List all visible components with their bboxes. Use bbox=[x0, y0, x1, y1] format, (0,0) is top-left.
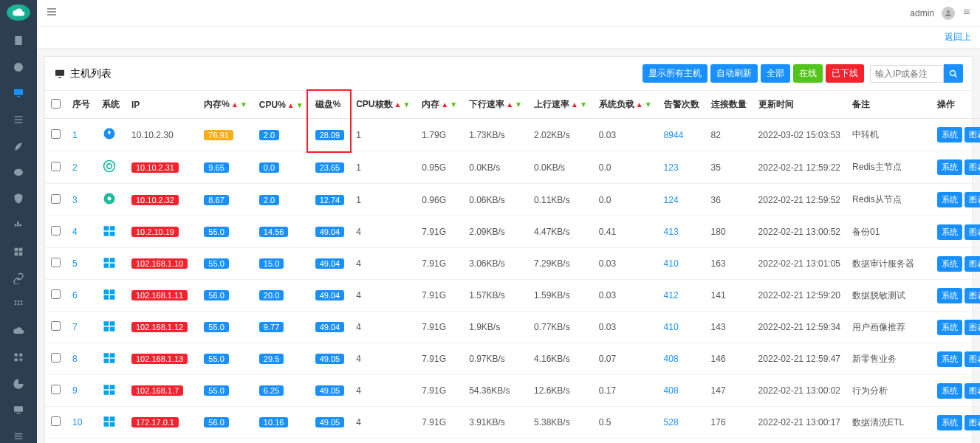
seq-link[interactable]: 8 bbox=[72, 354, 78, 364]
sidebar-item-dashboard[interactable] bbox=[0, 61, 37, 74]
sidebar-item-menu[interactable] bbox=[0, 430, 37, 443]
table-row[interactable]: 310.10.2.328.672.012.7410.96G0.06KB/s0.1… bbox=[45, 184, 980, 216]
chart-button[interactable]: 图表 bbox=[964, 256, 980, 272]
chart-button[interactable]: 图表 bbox=[964, 288, 980, 303]
chart-button[interactable]: 图表 bbox=[964, 415, 980, 430]
row-checkbox[interactable] bbox=[51, 129, 61, 139]
search-input[interactable] bbox=[870, 65, 944, 83]
seq-link[interactable]: 7 bbox=[72, 322, 78, 332]
col-load[interactable]: 系统负载▲▼ bbox=[593, 91, 658, 119]
filter-offline-button[interactable]: 已下线 bbox=[826, 64, 864, 83]
table-row[interactable]: 6102.168.1.1156.020.049.0447.91G1.57KB/s… bbox=[45, 280, 980, 312]
chart-button[interactable]: 图表 bbox=[964, 224, 980, 240]
system-button[interactable]: 系统 bbox=[937, 320, 962, 335]
col-memtotal[interactable]: 内存▲▼ bbox=[416, 91, 463, 119]
seq-link[interactable]: 2 bbox=[72, 162, 78, 173]
alarm-link[interactable]: 410 bbox=[664, 258, 679, 269]
system-button[interactable]: 系统 bbox=[937, 351, 962, 367]
sidebar-item-chat[interactable] bbox=[0, 166, 37, 179]
seq-link[interactable]: 4 bbox=[72, 227, 78, 237]
chart-button[interactable]: 图表 bbox=[964, 351, 980, 367]
table-row[interactable]: 410.2.10.1955.014.5649.0447.91G2.09KB/s4… bbox=[45, 216, 980, 248]
alarm-link[interactable]: 124 bbox=[664, 195, 679, 205]
alarm-link[interactable]: 123 bbox=[664, 162, 679, 173]
show-all-button[interactable]: 显示所有主机 bbox=[643, 64, 707, 83]
row-checkbox[interactable] bbox=[51, 289, 61, 299]
seq-link[interactable]: 6 bbox=[72, 290, 78, 301]
filter-all-button[interactable]: 全部 bbox=[761, 64, 790, 83]
chart-button[interactable]: 图表 bbox=[964, 159, 980, 175]
row-checkbox[interactable] bbox=[51, 194, 61, 204]
table-row[interactable]: 7102.168.1.1255.09.7749.0447.91G1.9KB/s0… bbox=[45, 312, 980, 343]
alarm-link[interactable]: 408 bbox=[664, 385, 679, 396]
system-button[interactable]: 系统 bbox=[937, 159, 962, 175]
seq-link[interactable]: 3 bbox=[72, 195, 78, 205]
more-icon[interactable] bbox=[962, 7, 971, 18]
row-checkbox[interactable] bbox=[51, 258, 61, 267]
table-row[interactable]: 5102.168.1.1055.015.049.0447.91G3.06KB/s… bbox=[45, 248, 980, 280]
row-checkbox[interactable] bbox=[51, 226, 61, 236]
sidebar-item-plus-grid[interactable] bbox=[0, 351, 37, 364]
sidebar-item-docker[interactable] bbox=[0, 219, 37, 232]
sidebar-item-shield[interactable] bbox=[0, 192, 37, 205]
search-button[interactable] bbox=[944, 64, 963, 83]
alarm-link[interactable]: 413 bbox=[664, 227, 679, 237]
system-button[interactable]: 系统 bbox=[937, 192, 962, 207]
table-row[interactable]: 210.10.2.319.650.023.6510.95G0.0KB/s0.0K… bbox=[45, 151, 980, 184]
col-seq[interactable]: 序号 bbox=[66, 91, 96, 119]
chart-button[interactable]: 图表 bbox=[964, 320, 980, 335]
chart-button[interactable]: 图表 bbox=[964, 127, 980, 142]
col-disk[interactable]: 磁盘% bbox=[309, 91, 351, 119]
alarm-link[interactable]: 410 bbox=[664, 322, 679, 332]
system-button[interactable]: 系统 bbox=[937, 224, 962, 240]
user-icon[interactable] bbox=[942, 7, 955, 20]
col-remark[interactable]: 备注 bbox=[846, 91, 931, 119]
table-row[interactable]: 8102.168.1.1355.029.549.0547.91G0.97KB/s… bbox=[45, 343, 980, 375]
system-button[interactable]: 系统 bbox=[937, 415, 962, 430]
table-row[interactable]: 9102.168.1.755.06.2549.0547.91G54.36KB/s… bbox=[45, 375, 980, 407]
sidebar-item-cloud[interactable] bbox=[0, 324, 37, 337]
col-mem[interactable]: 内存%▲▼ bbox=[198, 91, 253, 119]
sidebar-item-leaf[interactable] bbox=[0, 140, 37, 153]
system-button[interactable]: 系统 bbox=[937, 256, 962, 272]
row-checkbox[interactable] bbox=[51, 385, 61, 394]
system-button[interactable]: 系统 bbox=[937, 383, 962, 399]
col-conn[interactable]: 连接数量 bbox=[705, 91, 753, 119]
seq-link[interactable]: 5 bbox=[72, 258, 78, 269]
filter-online-button[interactable]: 在线 bbox=[793, 64, 823, 83]
alarm-link[interactable]: 408 bbox=[664, 354, 679, 364]
sidebar-item-list[interactable] bbox=[0, 113, 37, 126]
system-button[interactable]: 系统 bbox=[937, 127, 962, 142]
seq-link[interactable]: 10 bbox=[72, 417, 82, 427]
sidebar-item-doc[interactable] bbox=[0, 34, 37, 47]
sidebar-item-link[interactable] bbox=[0, 272, 37, 285]
system-button[interactable]: 系统 bbox=[937, 288, 962, 303]
col-cores[interactable]: CPU核数▲▼ bbox=[350, 91, 416, 119]
table-row[interactable]: 10172.17.0.156.010.1649.0547.91G3.91KB/s… bbox=[45, 407, 980, 439]
table-row[interactable]: 110.10.2.3076.912.028.0911.79G1.73KB/s2.… bbox=[45, 119, 980, 151]
seq-link[interactable]: 9 bbox=[72, 385, 78, 396]
sidebar-item-pie[interactable] bbox=[0, 377, 37, 391]
hamburger-icon[interactable] bbox=[46, 6, 58, 20]
alarm-link[interactable]: 528 bbox=[664, 417, 679, 427]
table-row[interactable]: 11192.168.1.10156.08.0849.0547.91G1.75KB… bbox=[45, 439, 980, 444]
chart-button[interactable]: 图表 bbox=[964, 383, 980, 399]
sidebar-item-grid[interactable] bbox=[0, 298, 37, 312]
col-cpu[interactable]: CPU%▲▼ bbox=[253, 91, 309, 119]
username-label[interactable]: admin bbox=[910, 8, 934, 18]
alarm-link[interactable]: 8944 bbox=[664, 130, 684, 140]
row-checkbox[interactable] bbox=[51, 321, 61, 331]
col-ip[interactable]: IP bbox=[126, 91, 198, 119]
sidebar-item-monitor[interactable] bbox=[0, 86, 37, 100]
auto-refresh-button[interactable]: 自动刷新 bbox=[710, 64, 758, 83]
row-checkbox[interactable] bbox=[51, 416, 61, 426]
col-down[interactable]: 下行速率▲▼ bbox=[463, 91, 528, 119]
sidebar-item-table[interactable] bbox=[0, 245, 37, 258]
chart-button[interactable]: 图表 bbox=[964, 192, 980, 207]
col-update[interactable]: 更新时间 bbox=[753, 91, 846, 119]
row-checkbox[interactable] bbox=[51, 162, 61, 171]
sidebar-item-screen[interactable] bbox=[0, 404, 37, 417]
col-os[interactable]: 系统 bbox=[96, 91, 126, 119]
col-up[interactable]: 上行速率▲▼ bbox=[528, 91, 593, 119]
seq-link[interactable]: 1 bbox=[72, 130, 78, 140]
